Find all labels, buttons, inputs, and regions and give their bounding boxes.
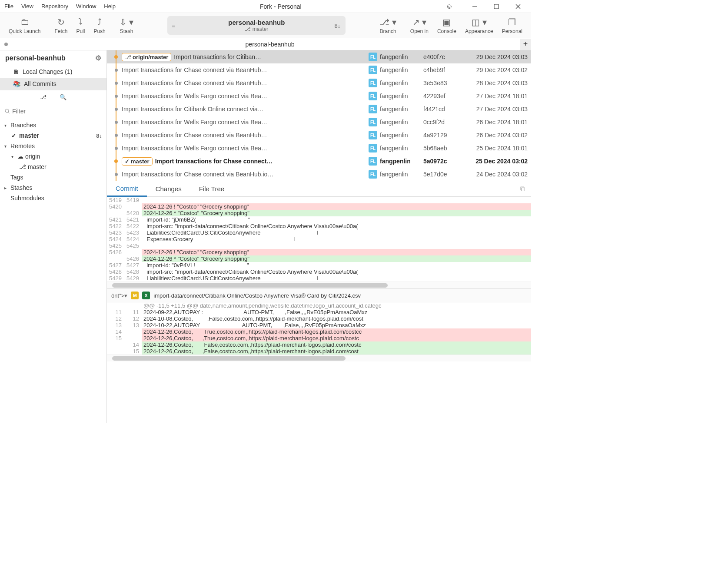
commit-row[interactable]: Import transactions for Wells Fargo conn… — [107, 89, 531, 103]
diff-line: 54195419 — [107, 197, 531, 203]
commit-date: 24 Dec 2024 03:02 — [462, 171, 528, 178]
cloud-icon: ☁ — [17, 153, 23, 160]
tree-submodules[interactable]: Submodules — [0, 193, 106, 203]
commit-message: Import transactions for Chase connect vi… — [122, 66, 267, 73]
author-avatar: FL — [369, 105, 377, 113]
commit-author: fangpenlin — [380, 53, 423, 60]
commit-message: Import transactions for Wells Fargo conn… — [122, 119, 267, 126]
horizontal-scrollbar-2[interactable] — [107, 355, 531, 361]
new-tab-button[interactable]: + — [520, 39, 531, 50]
diff-line: @@ -11,5 +11,5 @@ date,name,amount,pendi… — [107, 302, 531, 309]
repo-selector[interactable]: ≡ personal-beanhub ⎇ master 8↓ — [167, 16, 346, 35]
personal-button[interactable]: ❐Personal — [498, 15, 527, 36]
line-number-old: 5429 — [107, 275, 124, 282]
diff-code: import-src: "import-data/connect/Citiban… — [142, 223, 531, 229]
tab-commit[interactable]: Commit — [107, 181, 147, 197]
commit-row[interactable]: Import transactions for Wells Fargo conn… — [107, 142, 531, 155]
pull-button[interactable]: ⤵Pull — [72, 15, 89, 36]
open-in-button[interactable]: ↗ ▾Open in — [406, 15, 433, 36]
stash-button[interactable]: ⇩ ▾Stash — [115, 15, 138, 36]
diff-code: import-src: "import-data/connect/Citiban… — [142, 268, 531, 275]
commit-message: Import transactions for Citiban… — [174, 53, 261, 60]
list-icon: ≡ — [172, 22, 175, 29]
filter-input[interactable] — [4, 108, 102, 115]
commit-row[interactable]: Import transactions for Chase connect vi… — [107, 168, 531, 181]
quick-launch-button[interactable]: 🗀Quick Launch — [4, 15, 45, 36]
tree-tags[interactable]: Tags — [0, 172, 106, 182]
line-number-new: 5426 — [124, 255, 142, 262]
popout-icon[interactable]: ⧉ — [514, 185, 531, 193]
branch-button[interactable]: ⎇ ▾Branch — [375, 15, 401, 36]
menu-repository[interactable]: Repository — [41, 3, 68, 10]
line-number-new — [124, 328, 142, 335]
console-label: Console — [437, 28, 456, 34]
diff-code: 2024-12-26,Costco, ,False,costco.com,,ht… — [142, 348, 531, 355]
diff-line: 54295429 Liabilities:CreditCard:US:CitiC… — [107, 275, 531, 282]
diff-view-1[interactable]: 5419541954202024-12-26 ! "Costco" "Groce… — [107, 197, 531, 282]
sidebar-all-commits[interactable]: 📚 All Commits — [0, 78, 106, 90]
commit-row[interactable]: Import transactions for Chase connect vi… — [107, 129, 531, 142]
commit-row[interactable]: Import transactions for Wells Fargo conn… — [107, 116, 531, 129]
horizontal-scrollbar-1[interactable] — [107, 282, 531, 288]
push-button[interactable]: ⤴Push — [89, 15, 110, 36]
stash-label: Stash — [120, 28, 133, 34]
diff-line: 54275427 import-id: "0vP4VL! " — [107, 262, 531, 268]
maximize-button[interactable] — [488, 0, 505, 13]
diff-view-2[interactable]: @@ -11,5 +11,5 @@ date,name,amount,pendi… — [107, 302, 531, 355]
commit-hash: f4421cd — [423, 106, 462, 113]
feedback-icon[interactable]: ☺ — [446, 3, 453, 10]
appearance-button[interactable]: ◫ ▾Appearance — [461, 15, 498, 36]
close-button[interactable] — [509, 0, 527, 13]
console-button[interactable]: ▣Console — [433, 15, 461, 36]
minimize-button[interactable] — [466, 0, 483, 13]
commit-row[interactable]: Import transactions for Chase connect vi… — [107, 63, 531, 76]
search-icon[interactable]: 🔍 — [60, 94, 66, 100]
menu-view[interactable]: View — [21, 3, 33, 10]
branch-view-icon[interactable]: ⎇ — [40, 94, 47, 100]
commit-row[interactable]: Import transactions for Citibank Online … — [107, 103, 531, 116]
tree-origin-master[interactable]: ⎇master — [0, 162, 106, 172]
tree-branch-master[interactable]: ✓master8↓ — [0, 130, 106, 141]
diff-code: Liabilities:CreditCard:US:CitiCostcoAnyw… — [142, 229, 531, 236]
line-number-new: 5420 — [124, 210, 142, 216]
tree-remotes[interactable]: ▾Remotes — [0, 141, 106, 151]
commit-row[interactable]: Import transactions for Chase connect vi… — [107, 76, 531, 89]
author-avatar: FL — [369, 53, 377, 61]
branch-icon: ⎇ ▾ — [379, 17, 396, 27]
commit-message: Import transactions for Wells Fargo conn… — [122, 145, 267, 152]
diff-code — [142, 242, 531, 249]
diff-line: 54235423 Liabilities:CreditCard:US:CitiC… — [107, 229, 531, 236]
menu-window[interactable]: Window — [76, 3, 96, 10]
tags-label: Tags — [10, 174, 23, 181]
stashes-label: Stashes — [10, 184, 33, 191]
gear-icon[interactable]: ⚙ — [95, 54, 101, 62]
commit-message: Import transactions for Chase connect vi… — [122, 132, 267, 139]
ref-badge: ⎇ origin/master — [122, 53, 171, 61]
commit-date: 27 Dec 2024 18:01 — [462, 93, 528, 99]
tab-changes[interactable]: Changes — [147, 182, 190, 196]
commit-date: 27 Dec 2024 03:03 — [462, 106, 528, 113]
file-header[interactable]: ônt">▾ M X import-data/connect/Citibank … — [107, 288, 531, 302]
commit-hash: 5e17d0e — [423, 171, 462, 178]
tree-branches[interactable]: ▾Branches — [0, 120, 106, 130]
commit-list[interactable]: ⎇ origin/masterImport transactions for C… — [107, 50, 531, 181]
console-icon: ▣ — [442, 17, 451, 27]
content: ⎇ origin/masterImport transactions for C… — [107, 50, 531, 423]
commit-hash: 3e53e83 — [423, 80, 462, 86]
menu-file[interactable]: File — [4, 3, 13, 10]
commit-row[interactable]: ⎇ origin/masterImport transactions for C… — [107, 50, 531, 63]
tree-stashes[interactable]: ▸Stashes — [0, 182, 106, 193]
branch-label: Branch — [380, 28, 396, 34]
fetch-button[interactable]: ↻Fetch — [50, 15, 72, 36]
menu-help[interactable]: Help — [104, 3, 116, 10]
repo-pill-branch: ⎇ master — [228, 26, 285, 32]
line-number-old: 11 — [107, 309, 124, 315]
line-number-new: 5419 — [124, 197, 142, 203]
sidebar-local-changes[interactable]: 🗎 Local Changes (1) — [0, 66, 106, 78]
tree-remote-origin[interactable]: ▾☁origin — [0, 151, 106, 162]
sidebar-filter[interactable] — [0, 104, 106, 118]
chevron-down-icon[interactable]: ônt">▾ — [111, 292, 127, 299]
commit-row[interactable]: ✓ masterImport transactions for Chase co… — [107, 155, 531, 168]
tab-file-tree[interactable]: File Tree — [190, 182, 233, 196]
diff-code: 2024-10-22,AUTOPAY AUTO-PMT, ,False,,,,R… — [142, 322, 531, 328]
